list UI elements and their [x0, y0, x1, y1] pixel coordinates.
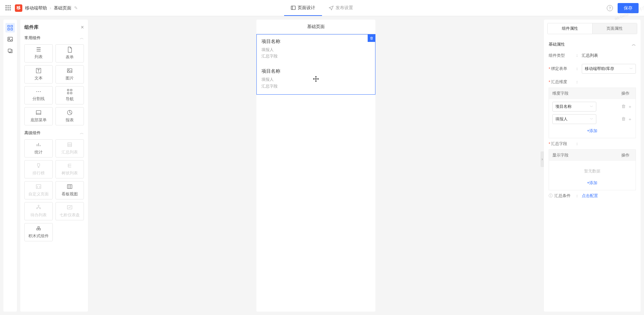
edit-icon[interactable]: ✎ — [74, 5, 78, 10]
blocks-icon — [36, 225, 42, 232]
list-icon: ☰ — [36, 47, 41, 52]
delete-dim-icon[interactable]: 🗑 — [621, 104, 626, 110]
summary-table-head: 显示字段 操作 — [549, 149, 636, 161]
svg-rect-30 — [67, 185, 72, 188]
top-header: 移 移动端帮助 › 基础页面 ✎ 页面设计 发布设置 ? 保存 — [0, 0, 644, 16]
tab-publish[interactable]: 发布设置 — [322, 0, 360, 16]
card-instance-1[interactable]: 项目名称 填报人 汇总字段 — [257, 34, 375, 64]
rail-components[interactable] — [5, 23, 15, 32]
comp-kanban[interactable]: 看板视图 — [55, 181, 84, 199]
comp-report[interactable]: 报表 — [55, 107, 84, 125]
move-icon[interactable] — [313, 76, 319, 83]
apps-grid-icon[interactable] — [5, 5, 12, 11]
svg-rect-39 — [38, 226, 40, 228]
comp-qixi-dashboard[interactable]: 七析仪表盘 — [55, 202, 84, 220]
breadcrumb-app[interactable]: 移动端帮助 — [25, 5, 47, 11]
chevron-down-icon: ﹀ — [629, 67, 633, 71]
nav-icon — [67, 89, 73, 95]
comp-form[interactable]: 表单 — [55, 44, 84, 63]
comp-summary-list[interactable]: 汇总列表 — [55, 139, 84, 158]
layers-icon — [7, 48, 13, 53]
divider-icon: ⋯ — [36, 89, 41, 94]
summary-table-body: 暂无数据 +添加 — [549, 161, 636, 190]
tab-page-design[interactable]: 页面设计 — [284, 0, 322, 16]
chevron-down-icon: ﹀ — [590, 117, 593, 122]
svg-rect-29 — [36, 185, 41, 188]
dashboard-icon — [67, 204, 73, 211]
section-common-title: 常用组件 — [24, 35, 41, 41]
comp-todo-list[interactable]: 待办列表 — [24, 202, 53, 220]
comp-bottom-menu[interactable]: 底部菜单 — [24, 107, 53, 125]
svg-rect-14 — [67, 92, 69, 94]
breadcrumb-sep: › — [50, 5, 51, 10]
selected-component[interactable]: 项目名称 填报人 汇总字段 项目名称 填报人 汇总字段 — [256, 34, 375, 95]
save-button[interactable]: 保存 — [618, 3, 639, 13]
app-badge: 移 — [15, 4, 22, 12]
tab-publish-label: 发布设置 — [336, 5, 353, 11]
comp-nav[interactable]: 导航 — [55, 86, 84, 104]
comp-text[interactable]: 文本 — [24, 65, 53, 83]
row-condition: ⓘ汇总条件 ： 点击配置 — [549, 190, 636, 201]
dimension-table-head: 维度字段 操作 — [549, 88, 636, 99]
summary-list-icon — [67, 142, 73, 148]
close-icon[interactable]: × — [81, 24, 84, 30]
card-title: 项目名称 — [261, 68, 370, 74]
header-tabs: 页面设计 发布设置 — [284, 0, 360, 16]
svg-rect-2 — [8, 25, 9, 27]
card-sub2: 汇总字段 — [261, 83, 370, 90]
code-icon — [36, 184, 42, 190]
tree-icon — [67, 163, 73, 169]
phone-title: 基础页面 — [256, 20, 375, 34]
svg-rect-15 — [70, 92, 72, 94]
comp-stats[interactable]: 统计 — [24, 139, 53, 158]
svg-rect-37 — [37, 228, 38, 230]
section-advanced-header[interactable]: 高级组件 ︿ — [24, 130, 84, 136]
select-dim-1[interactable]: 项目名称﹀ — [552, 102, 596, 112]
comp-list[interactable]: ☰列表 — [24, 44, 53, 63]
empty-placeholder: 暂无数据 — [552, 164, 632, 179]
comp-custom-page[interactable]: 自定义页面 — [24, 181, 53, 199]
rail-image[interactable] — [5, 34, 15, 44]
comp-divider[interactable]: ⋯分割线 — [24, 86, 53, 104]
comp-tree-list[interactable]: 树状列表 — [55, 160, 84, 178]
comp-blocks[interactable]: 积木式组件 — [24, 223, 53, 241]
chevron-up-icon: ︿ — [80, 130, 84, 136]
kanban-icon — [67, 184, 73, 190]
collapse-handle[interactable] — [540, 151, 544, 167]
trash-icon — [370, 37, 373, 40]
tab-design-label: 页面设计 — [298, 5, 315, 11]
select-bind-table[interactable]: 移动端帮助/库存 ﹀ — [582, 64, 636, 74]
delete-dim-icon[interactable]: 🗑 — [621, 116, 626, 122]
svg-rect-38 — [39, 228, 41, 230]
add-dimension-link[interactable]: +添加 — [552, 127, 632, 135]
svg-point-34 — [37, 208, 38, 209]
component-library-panel: 组件库 × 常用组件 ︿ ☰列表 表单 文本 图片 ⋯分割线 导航 底部菜单 报… — [20, 20, 88, 312]
condition-config-link[interactable]: 点击配置 — [582, 193, 598, 199]
left-rail — [3, 20, 17, 312]
rail-layers[interactable] — [5, 46, 15, 55]
svg-rect-6 — [8, 37, 13, 41]
text-icon — [36, 68, 42, 74]
send-icon — [329, 5, 334, 10]
layout-icon — [291, 5, 296, 10]
group-basic-header[interactable]: 基础属性 ︿ — [549, 39, 636, 50]
add-dim-icon[interactable]: ＋ — [628, 104, 632, 110]
add-summary-link[interactable]: +添加 — [552, 179, 632, 187]
comp-ranking[interactable]: 排行榜 — [24, 160, 53, 178]
delete-component-button[interactable] — [368, 34, 375, 42]
svg-point-7 — [9, 38, 10, 39]
svg-rect-12 — [67, 89, 69, 91]
tab-component-props[interactable]: 组件属性 — [548, 23, 593, 34]
dimension-table-body: 项目名称﹀ 🗑＋ 填报人﹀ 🗑＋ +添加 — [549, 99, 636, 138]
section-common-header[interactable]: 常用组件 ︿ — [24, 35, 84, 41]
tab-page-props[interactable]: 页面属性 — [593, 23, 637, 34]
comp-image[interactable]: 图片 — [55, 65, 84, 83]
breadcrumb-page[interactable]: 基础页面 — [54, 5, 71, 11]
grid-icon — [7, 25, 13, 30]
help-icon[interactable]: ? — [607, 5, 613, 11]
select-dim-2[interactable]: 填报人﹀ — [552, 114, 596, 124]
tree2-icon — [36, 204, 42, 211]
add-dim-icon[interactable]: ＋ — [628, 116, 632, 122]
card-instance-2[interactable]: 项目名称 填报人 汇总字段 — [257, 64, 375, 94]
section-advanced-title: 高级组件 — [24, 130, 41, 136]
